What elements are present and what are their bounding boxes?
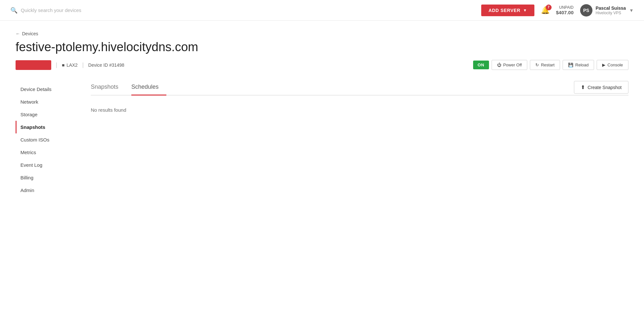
restart-icon: ↻: [535, 62, 539, 67]
sidebar-nav: Device Details Network Storage Snapshots…: [16, 80, 80, 197]
create-snapshot-button[interactable]: ⬆ Create Snapshot: [574, 81, 628, 94]
action-buttons: ON ⏻ Power Off ↻ Restart 💾 Reload ▶ Cons…: [473, 60, 628, 70]
console-button[interactable]: ▶ Console: [597, 60, 628, 70]
power-off-icon: ⏻: [497, 62, 501, 67]
location-label: LAX2: [66, 62, 78, 68]
topnav-right: ADD SERVER ▼ 🔔 7 UNPAID $407.00 PS Pasca…: [481, 4, 634, 17]
billing-amount: $407.00: [556, 10, 574, 15]
search-icon: 🔍: [10, 7, 18, 14]
no-results-message: No results found: [91, 103, 628, 117]
sidebar-item-metrics[interactable]: Metrics: [16, 146, 80, 159]
device-id-item: Device ID #31498: [88, 62, 124, 68]
tabs-row: Snapshots Schedules ⬆ Create Snapshot: [91, 80, 628, 96]
console-icon: ▶: [602, 62, 605, 67]
device-meta-row: | ■ LAX2 | Device ID #31498 ON ⏻ Power O…: [16, 60, 628, 70]
sidebar-item-billing[interactable]: Billing: [16, 171, 80, 184]
user-dropdown[interactable]: PS Pascal Suissa Hivelocity VPS ▼: [580, 4, 634, 17]
sidebar-item-network[interactable]: Network: [16, 96, 80, 108]
power-off-button[interactable]: ⏻ Power Off: [492, 60, 528, 70]
device-id-label: Device ID #31498: [88, 62, 124, 68]
add-server-label: ADD SERVER: [488, 8, 520, 13]
search-area[interactable]: 🔍 Quickly search your devices: [10, 7, 481, 14]
restart-label: Restart: [541, 62, 555, 67]
back-arrow-icon: ←: [16, 31, 20, 36]
main-panel: Snapshots Schedules ⬆ Create Snapshot No…: [80, 80, 628, 197]
avatar: PS: [580, 4, 592, 17]
on-status-badge: ON: [473, 61, 489, 69]
page-title: festive-ptolemy.hivelocitydns.com: [16, 40, 628, 54]
sidebar-item-event-log[interactable]: Event Log: [16, 159, 80, 171]
billing-info: UNPAID $407.00: [556, 5, 574, 15]
upload-icon: ⬆: [581, 84, 585, 90]
tab-snapshots-label: Snapshots: [91, 84, 118, 90]
location-item: ■ LAX2: [62, 62, 78, 68]
content-area: Device Details Network Storage Snapshots…: [16, 80, 628, 197]
breadcrumb-label: Devices: [22, 31, 38, 36]
user-info: Pascal Suissa Hivelocity VPS: [596, 6, 626, 15]
meta-separator-2: |: [82, 62, 84, 68]
power-off-label: Power Off: [503, 62, 522, 67]
reload-button[interactable]: 💾 Reload: [563, 60, 594, 70]
sidebar-item-storage[interactable]: Storage: [16, 108, 80, 121]
add-server-button[interactable]: ADD SERVER ▼: [481, 5, 534, 16]
page-wrap: ← Devices festive-ptolemy.hivelocitydns.…: [0, 21, 644, 207]
user-company: Hivelocity VPS: [596, 11, 626, 15]
restart-button[interactable]: ↻ Restart: [530, 60, 560, 70]
sidebar-item-admin[interactable]: Admin: [16, 184, 80, 197]
sidebar-item-custom-isos[interactable]: Custom ISOs: [16, 133, 80, 146]
user-dropdown-chevron-icon: ▼: [629, 8, 634, 13]
sidebar-item-device-details[interactable]: Device Details: [16, 83, 80, 96]
search-placeholder: Quickly search your devices: [21, 7, 81, 13]
notifications-badge: 7: [546, 5, 552, 10]
tab-snapshots[interactable]: Snapshots: [91, 80, 126, 95]
user-name: Pascal Suissa: [596, 6, 626, 11]
console-label: Console: [607, 62, 623, 67]
notifications-bell[interactable]: 🔔 7: [541, 6, 550, 15]
add-server-chevron-icon: ▼: [523, 8, 527, 13]
meta-separator-1: |: [56, 62, 57, 68]
breadcrumb[interactable]: ← Devices: [16, 31, 628, 36]
status-badge: [16, 60, 51, 70]
reload-icon: 💾: [568, 62, 573, 67]
sidebar-item-snapshots[interactable]: Snapshots: [16, 121, 80, 133]
create-snapshot-label: Create Snapshot: [588, 85, 622, 90]
unpaid-label: UNPAID: [556, 5, 574, 10]
topnav: 🔍 Quickly search your devices ADD SERVER…: [0, 0, 644, 21]
reload-label: Reload: [575, 62, 589, 67]
tab-schedules-label: Schedules: [131, 84, 159, 90]
tab-schedules[interactable]: Schedules: [131, 80, 166, 95]
server-icon: ■: [62, 62, 65, 68]
